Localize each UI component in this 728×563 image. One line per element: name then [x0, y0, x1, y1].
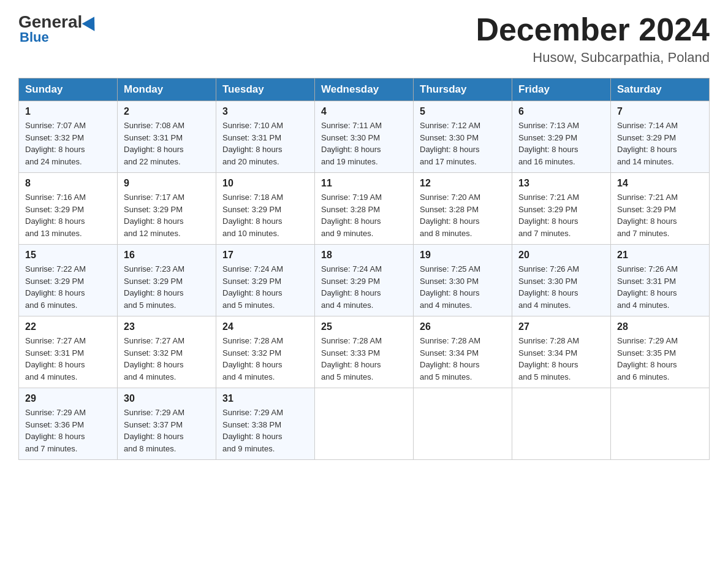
day-number: 23 — [124, 321, 210, 332]
day-number: 27 — [518, 321, 604, 332]
column-header-thursday: Thursday — [414, 79, 512, 101]
day-number: 14 — [617, 178, 703, 189]
day-info: Sunrise: 7:13 AM Sunset: 3:29 PM Dayligh… — [518, 120, 604, 167]
column-header-tuesday: Tuesday — [216, 79, 315, 101]
calendar-cell: 12Sunrise: 7:20 AM Sunset: 3:28 PM Dayli… — [414, 173, 512, 245]
logo-triangle-icon — [82, 13, 101, 31]
calendar-cell — [512, 388, 611, 460]
calendar-cell: 11Sunrise: 7:19 AM Sunset: 3:28 PM Dayli… — [315, 173, 414, 245]
day-number: 9 — [124, 178, 210, 189]
calendar-week-row: 8Sunrise: 7:16 AM Sunset: 3:29 PM Daylig… — [19, 173, 710, 245]
calendar-cell: 10Sunrise: 7:18 AM Sunset: 3:29 PM Dayli… — [216, 173, 315, 245]
day-number: 28 — [617, 321, 703, 332]
calendar-header-row: SundayMondayTuesdayWednesdayThursdayFrid… — [19, 79, 710, 101]
calendar-cell: 21Sunrise: 7:26 AM Sunset: 3:31 PM Dayli… — [611, 245, 710, 316]
column-header-wednesday: Wednesday — [315, 79, 414, 101]
calendar-cell — [414, 388, 512, 460]
day-number: 25 — [321, 321, 407, 332]
day-number: 3 — [222, 106, 308, 117]
calendar-cell: 16Sunrise: 7:23 AM Sunset: 3:29 PM Dayli… — [118, 245, 216, 316]
day-info: Sunrise: 7:11 AM Sunset: 3:30 PM Dayligh… — [321, 120, 407, 167]
day-number: 30 — [124, 393, 210, 404]
calendar-cell: 17Sunrise: 7:24 AM Sunset: 3:29 PM Dayli… — [216, 245, 315, 316]
day-info: Sunrise: 7:28 AM Sunset: 3:34 PM Dayligh… — [518, 335, 604, 383]
day-info: Sunrise: 7:10 AM Sunset: 3:31 PM Dayligh… — [222, 120, 308, 167]
day-number: 31 — [222, 393, 308, 404]
calendar-cell: 9Sunrise: 7:17 AM Sunset: 3:29 PM Daylig… — [118, 173, 216, 245]
day-info: Sunrise: 7:08 AM Sunset: 3:31 PM Dayligh… — [124, 120, 210, 167]
calendar-cell: 13Sunrise: 7:21 AM Sunset: 3:29 PM Dayli… — [512, 173, 611, 245]
day-number: 24 — [222, 321, 308, 332]
day-info: Sunrise: 7:28 AM Sunset: 3:34 PM Dayligh… — [420, 335, 506, 383]
day-info: Sunrise: 7:22 AM Sunset: 3:29 PM Dayligh… — [25, 263, 111, 311]
calendar-week-row: 15Sunrise: 7:22 AM Sunset: 3:29 PM Dayli… — [19, 245, 710, 316]
calendar-cell: 20Sunrise: 7:26 AM Sunset: 3:30 PM Dayli… — [512, 245, 611, 316]
calendar-week-row: 29Sunrise: 7:29 AM Sunset: 3:36 PM Dayli… — [19, 388, 710, 460]
day-number: 11 — [321, 178, 407, 189]
column-header-monday: Monday — [118, 79, 216, 101]
day-info: Sunrise: 7:21 AM Sunset: 3:29 PM Dayligh… — [617, 191, 703, 239]
calendar-cell: 4Sunrise: 7:11 AM Sunset: 3:30 PM Daylig… — [315, 101, 414, 173]
day-info: Sunrise: 7:28 AM Sunset: 3:32 PM Dayligh… — [222, 335, 308, 383]
day-info: Sunrise: 7:07 AM Sunset: 3:32 PM Dayligh… — [25, 120, 111, 167]
day-info: Sunrise: 7:25 AM Sunset: 3:30 PM Dayligh… — [420, 263, 506, 311]
calendar-cell: 5Sunrise: 7:12 AM Sunset: 3:30 PM Daylig… — [414, 101, 512, 173]
calendar-cell: 6Sunrise: 7:13 AM Sunset: 3:29 PM Daylig… — [512, 101, 611, 173]
day-number: 2 — [124, 106, 210, 117]
day-info: Sunrise: 7:29 AM Sunset: 3:35 PM Dayligh… — [617, 335, 703, 383]
day-info: Sunrise: 7:12 AM Sunset: 3:30 PM Dayligh… — [420, 120, 506, 167]
calendar-cell: 26Sunrise: 7:28 AM Sunset: 3:34 PM Dayli… — [414, 316, 512, 388]
calendar-cell: 2Sunrise: 7:08 AM Sunset: 3:31 PM Daylig… — [118, 101, 216, 173]
day-info: Sunrise: 7:29 AM Sunset: 3:36 PM Dayligh… — [25, 407, 111, 454]
day-number: 26 — [420, 321, 506, 332]
calendar-cell: 3Sunrise: 7:10 AM Sunset: 3:31 PM Daylig… — [216, 101, 315, 173]
day-number: 17 — [222, 250, 308, 261]
calendar-table: SundayMondayTuesdayWednesdayThursdayFrid… — [18, 78, 710, 460]
day-number: 5 — [420, 106, 506, 117]
calendar-week-row: 22Sunrise: 7:27 AM Sunset: 3:31 PM Dayli… — [19, 316, 710, 388]
calendar-cell: 29Sunrise: 7:29 AM Sunset: 3:36 PM Dayli… — [19, 388, 118, 460]
day-number: 13 — [518, 178, 604, 189]
location-subtitle: Husow, Subcarpathia, Poland — [476, 50, 710, 66]
calendar-cell: 22Sunrise: 7:27 AM Sunset: 3:31 PM Dayli… — [19, 316, 118, 388]
day-info: Sunrise: 7:19 AM Sunset: 3:28 PM Dayligh… — [321, 191, 407, 239]
calendar-cell: 31Sunrise: 7:29 AM Sunset: 3:38 PM Dayli… — [216, 388, 315, 460]
day-info: Sunrise: 7:17 AM Sunset: 3:29 PM Dayligh… — [124, 191, 210, 239]
day-number: 19 — [420, 250, 506, 261]
day-number: 6 — [518, 106, 604, 117]
calendar-cell — [315, 388, 414, 460]
column-header-saturday: Saturday — [611, 79, 710, 101]
column-header-friday: Friday — [512, 79, 611, 101]
day-info: Sunrise: 7:28 AM Sunset: 3:33 PM Dayligh… — [321, 335, 407, 383]
day-number: 20 — [518, 250, 604, 261]
calendar-cell: 7Sunrise: 7:14 AM Sunset: 3:29 PM Daylig… — [611, 101, 710, 173]
day-info: Sunrise: 7:27 AM Sunset: 3:32 PM Dayligh… — [124, 335, 210, 383]
calendar-cell: 18Sunrise: 7:24 AM Sunset: 3:29 PM Dayli… — [315, 245, 414, 316]
day-info: Sunrise: 7:20 AM Sunset: 3:28 PM Dayligh… — [420, 191, 506, 239]
calendar-cell: 8Sunrise: 7:16 AM Sunset: 3:29 PM Daylig… — [19, 173, 118, 245]
day-number: 21 — [617, 250, 703, 261]
day-number: 4 — [321, 106, 407, 117]
title-block: December 2024 Husow, Subcarpathia, Polan… — [476, 12, 710, 66]
calendar-cell: 25Sunrise: 7:28 AM Sunset: 3:33 PM Dayli… — [315, 316, 414, 388]
day-number: 8 — [25, 178, 111, 189]
day-number: 15 — [25, 250, 111, 261]
day-number: 7 — [617, 106, 703, 117]
day-info: Sunrise: 7:23 AM Sunset: 3:29 PM Dayligh… — [124, 263, 210, 311]
day-number: 22 — [25, 321, 111, 332]
calendar-cell: 24Sunrise: 7:28 AM Sunset: 3:32 PM Dayli… — [216, 316, 315, 388]
day-info: Sunrise: 7:27 AM Sunset: 3:31 PM Dayligh… — [25, 335, 111, 383]
day-info: Sunrise: 7:26 AM Sunset: 3:31 PM Dayligh… — [617, 263, 703, 311]
page-header: General Blue December 2024 Husow, Subcar… — [18, 12, 710, 66]
calendar-cell: 1Sunrise: 7:07 AM Sunset: 3:32 PM Daylig… — [19, 101, 118, 173]
day-info: Sunrise: 7:16 AM Sunset: 3:29 PM Dayligh… — [25, 191, 111, 239]
day-number: 18 — [321, 250, 407, 261]
calendar-cell: 28Sunrise: 7:29 AM Sunset: 3:35 PM Dayli… — [611, 316, 710, 388]
day-info: Sunrise: 7:24 AM Sunset: 3:29 PM Dayligh… — [321, 263, 407, 311]
column-header-sunday: Sunday — [19, 79, 118, 101]
day-info: Sunrise: 7:26 AM Sunset: 3:30 PM Dayligh… — [518, 263, 604, 311]
calendar-cell — [611, 388, 710, 460]
day-info: Sunrise: 7:18 AM Sunset: 3:29 PM Dayligh… — [222, 191, 308, 239]
day-number: 1 — [25, 106, 111, 117]
month-title: December 2024 — [476, 12, 710, 47]
